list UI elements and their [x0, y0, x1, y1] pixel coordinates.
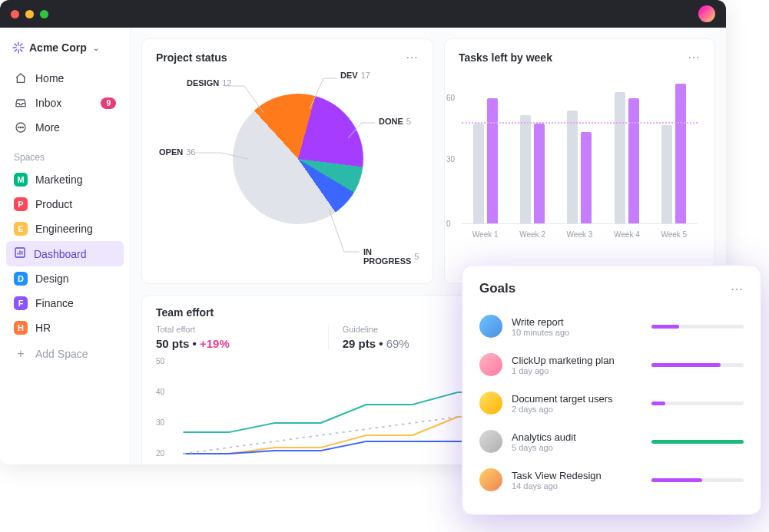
space-icon: F	[14, 296, 28, 310]
stat-guideline-pct: 69%	[386, 337, 409, 350]
pie-graphic	[233, 94, 363, 224]
maximize-window-icon[interactable]	[40, 10, 48, 18]
sidebar-item-label: HR	[35, 322, 51, 334]
x-label: Week 3	[567, 230, 593, 239]
svg-line-5	[21, 50, 23, 52]
bar-group	[567, 111, 592, 223]
svg-line-4	[15, 44, 17, 46]
card-project-status: Project status ⋯ OPEN 36DESIGN 12DEV 17D…	[141, 38, 433, 284]
bar-group	[661, 84, 686, 223]
goal-name: Analytics audit	[512, 431, 642, 443]
goals-menu-icon[interactable]: ⋯	[731, 282, 744, 296]
more-icon	[14, 121, 28, 134]
goal-progress-bar	[651, 363, 744, 367]
bar	[661, 125, 672, 223]
goal-name: Document target users	[512, 393, 642, 405]
goal-avatar	[479, 315, 502, 338]
nav-inbox[interactable]: Inbox 9	[6, 91, 124, 115]
sidebar-item-marketing[interactable]: MMarketing	[6, 167, 124, 192]
bar	[487, 98, 498, 223]
goal-item[interactable]: Document target users2 days ago	[479, 384, 744, 422]
sidebar-item-dashboard[interactable]: Dashboard	[6, 241, 124, 266]
stat-total-label: Total effort	[156, 325, 314, 334]
goal-progress-bar	[651, 478, 744, 482]
goals-list: Write report10 minutes agoClickUp market…	[479, 307, 744, 499]
x-label: Week 5	[661, 230, 687, 239]
bar	[675, 84, 686, 223]
sidebar-item-product[interactable]: PProduct	[6, 192, 124, 216]
goal-info: Analytics audit5 days ago	[512, 431, 642, 452]
space-icon: P	[14, 197, 28, 211]
add-space-label: Add Space	[35, 348, 88, 360]
ytick: 30	[446, 155, 455, 164]
goal-progress-fill	[651, 363, 721, 367]
bar	[567, 111, 578, 223]
org-switcher[interactable]: Acme Corp ⌄	[6, 37, 124, 58]
goal-info: Write report10 minutes ago	[512, 316, 642, 337]
home-icon	[14, 71, 28, 85]
goal-item[interactable]: Write report10 minutes ago	[479, 307, 744, 345]
sidebar-item-label: Finance	[35, 297, 74, 309]
sidebar-item-hr[interactable]: HHR	[6, 316, 124, 340]
goal-time: 10 minutes ago	[512, 328, 642, 337]
user-avatar[interactable]	[698, 5, 715, 22]
titlebar	[0, 0, 726, 28]
svg-point-10	[20, 127, 21, 127]
bar	[473, 124, 484, 223]
space-icon: D	[14, 272, 28, 286]
bar	[581, 132, 592, 223]
nav-home-label: Home	[35, 72, 64, 84]
stat-total-delta: +19%	[200, 337, 230, 350]
goal-time: 2 days ago	[512, 405, 642, 414]
bar-chart: 0 30 60 Week 1Week 2Week 3Week 4Week 5	[459, 71, 701, 255]
goal-info: Task View Redesign14 days ago	[512, 470, 642, 491]
goal-progress-fill	[651, 325, 679, 329]
plus-icon: +	[14, 347, 28, 361]
ytick: 50	[156, 357, 164, 365]
spaces-section-label: Spaces	[6, 140, 124, 167]
stat-total: Total effort 50 pts • +19%	[156, 325, 329, 350]
bar-groups: 0 30 60	[462, 78, 698, 224]
nav-primary: Home Inbox 9 More	[6, 66, 124, 140]
spaces-list: MMarketingPProductEEngineeringDashboardD…	[6, 167, 124, 340]
tasks-left-menu-icon[interactable]: ⋯	[688, 50, 701, 64]
goal-progress-fill	[651, 478, 702, 482]
pie-label-open: OPEN 36	[159, 147, 195, 157]
ytick: 30	[156, 418, 164, 427]
add-space-button[interactable]: + Add Space	[6, 340, 124, 368]
bar-group	[473, 98, 498, 223]
goal-item[interactable]: ClickUp marketing plan1 day ago	[479, 345, 744, 384]
window-controls	[11, 10, 48, 18]
goal-info: Document target users2 days ago	[512, 393, 642, 414]
svg-point-9	[18, 127, 19, 127]
goal-info: ClickUp marketing plan1 day ago	[512, 355, 642, 375]
goal-item[interactable]: Task View Redesign14 days ago	[479, 461, 744, 499]
project-status-title: Project status	[156, 51, 227, 64]
ytick: 60	[446, 94, 455, 102]
sidebar-item-design[interactable]: DDesign	[6, 266, 124, 291]
sidebar-item-engineering[interactable]: EEngineering	[6, 216, 124, 241]
svg-line-7	[21, 44, 23, 46]
ytick: 0	[446, 220, 451, 228]
goal-name: ClickUp marketing plan	[512, 355, 642, 366]
pie-label-done: DONE 5	[379, 117, 411, 126]
minimize-window-icon[interactable]	[25, 10, 34, 18]
org-name: Acme Corp	[29, 41, 87, 54]
nav-home[interactable]: Home	[6, 66, 124, 91]
bar-group	[615, 92, 639, 223]
goals-title: Goals	[479, 281, 515, 296]
bar	[615, 92, 625, 223]
x-axis-labels: Week 1Week 2Week 3Week 4Week 5	[462, 230, 698, 239]
project-status-menu-icon[interactable]: ⋯	[406, 50, 419, 64]
reference-line	[462, 122, 698, 124]
inbox-badge: 9	[101, 97, 116, 109]
tasks-left-title: Tasks left by week	[459, 51, 552, 64]
goal-name: Write report	[512, 316, 642, 328]
nav-more[interactable]: More	[6, 115, 124, 140]
goal-item[interactable]: Analytics audit5 days ago	[479, 422, 744, 461]
sidebar-item-finance[interactable]: FFinance	[6, 291, 124, 316]
pie-label-dev: DEV 17	[340, 71, 370, 80]
goal-avatar	[479, 430, 502, 453]
nav-inbox-label: Inbox	[35, 97, 61, 109]
close-window-icon[interactable]	[11, 10, 19, 18]
